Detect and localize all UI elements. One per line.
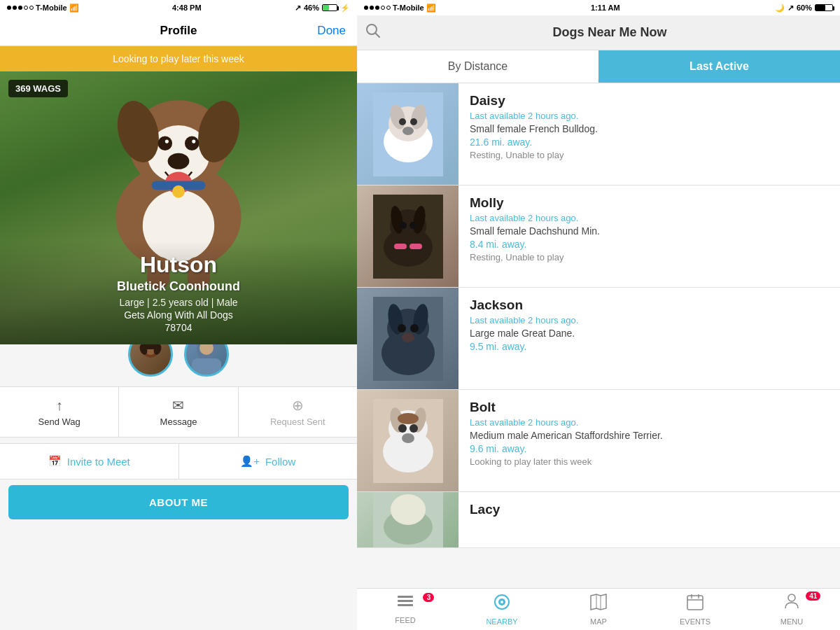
svg-rect-21 xyxy=(192,358,221,374)
svg-point-75 xyxy=(788,594,795,601)
dog-thumb-img-bolt xyxy=(357,390,458,491)
dog-list-item-daisy[interactable]: Daisy Last available 2 hours ago. Small … xyxy=(357,83,840,186)
svg-point-30 xyxy=(399,118,406,125)
dot3 xyxy=(18,6,22,10)
carrier-right: T-Mobile 📶 xyxy=(364,4,436,13)
events-icon xyxy=(686,593,704,615)
dog-thumb-img-lacy xyxy=(357,492,458,548)
avatars-row xyxy=(0,344,357,381)
svg-rect-71 xyxy=(687,596,703,610)
time-left: 4:48 PM xyxy=(172,4,202,12)
message-button[interactable]: ✉ Message xyxy=(119,387,238,437)
action-buttons-row: ↑ Send Wag ✉ Message ⊕ Request Sent xyxy=(0,386,357,438)
right-panel: T-Mobile 📶 1:11 AM 🌙 ↗ 60% Dogs Near Me … xyxy=(357,0,840,630)
invite-to-meet-button[interactable]: 📅 Invite to Meet xyxy=(0,444,179,479)
feed-badge: 3 xyxy=(423,593,434,602)
rdot3 xyxy=(375,6,379,10)
svg-point-49 xyxy=(402,332,414,342)
send-wag-button[interactable]: ↑ Send Wag xyxy=(0,387,119,437)
dog-thumb-img-jackson xyxy=(357,288,458,389)
nav-item-nearby[interactable]: NEARBY xyxy=(454,589,550,630)
nav-item-events[interactable]: EVENTS xyxy=(647,589,743,630)
tab-last-active[interactable]: Last Active xyxy=(598,50,840,83)
signal-dots xyxy=(7,6,34,10)
message-label: Message xyxy=(160,416,197,427)
feed-icon xyxy=(396,594,414,614)
follow-label: Follow xyxy=(265,456,295,468)
nav-item-map[interactable]: MAP xyxy=(550,589,647,630)
lacy-name: Lacy xyxy=(470,502,829,517)
nav-bar-left: Profile Done xyxy=(0,15,357,46)
svg-marker-68 xyxy=(591,594,606,610)
events-label: EVENTS xyxy=(680,617,710,626)
molly-status: Resting, Unable to play xyxy=(470,252,829,262)
svg-point-56 xyxy=(410,424,418,433)
follow-button[interactable]: 👤+ Follow xyxy=(179,444,358,479)
svg-point-39 xyxy=(410,222,416,229)
molly-desc: Small female Dachshund Min. xyxy=(470,225,829,237)
search-icon[interactable] xyxy=(365,23,381,42)
dog-thumb-daisy xyxy=(357,83,458,185)
svg-point-10 xyxy=(168,153,190,169)
battery-pct-left: 46% xyxy=(304,4,319,12)
status-bar-right: T-Mobile 📶 1:11 AM 🌙 ↗ 60% xyxy=(357,0,840,15)
svg-point-58 xyxy=(398,413,419,424)
carrier-name-left: T-Mobile xyxy=(36,4,67,12)
dog-details: Large | 2.5 years old | Male xyxy=(11,297,346,308)
svg-point-67 xyxy=(500,601,503,603)
battery-tip-left xyxy=(337,6,339,10)
time-right: 1:11 AM xyxy=(591,4,620,12)
bolt-last-active: Last available 2 hours ago. xyxy=(470,417,829,428)
molly-name: Molly xyxy=(470,195,829,211)
menu-label: MENU xyxy=(780,617,803,626)
daisy-desc: Small female French Bulldog. xyxy=(470,123,829,134)
dog-list-item-lacy[interactable]: Lacy xyxy=(357,492,840,548)
dog-list[interactable]: Daisy Last available 2 hours ago. Small … xyxy=(357,83,840,588)
meet-follow-row: 📅 Invite to Meet 👤+ Follow xyxy=(0,443,357,479)
battery-area-right: 🌙 ↗ 60% xyxy=(775,4,833,13)
request-sent-label: Request Sent xyxy=(270,416,326,427)
jackson-last-active: Last available 2 hours ago. xyxy=(470,315,829,326)
nav-item-menu[interactable]: 41 MENU xyxy=(743,589,840,630)
bolt-status: Looking to play later this week xyxy=(470,456,829,467)
svg-point-32 xyxy=(402,127,414,135)
dog-list-item-molly[interactable]: Molly Last available 2 hours ago. Small … xyxy=(357,186,840,288)
svg-point-47 xyxy=(398,324,406,332)
jackson-dist: 9.5 mi. away. xyxy=(470,341,829,352)
request-sent-button: ⊕ Request Sent xyxy=(239,387,357,437)
dot2 xyxy=(13,6,17,10)
about-me-button[interactable]: ABOUT ME xyxy=(8,485,349,519)
profile-info-overlay: Hutson Bluetick Coonhound Large | 2.5 ye… xyxy=(0,241,357,344)
arrow-icon: ↗ xyxy=(295,4,301,13)
dog-zip: 78704 xyxy=(11,322,346,333)
dog-thumb-molly xyxy=(357,186,458,287)
battery-fill-right xyxy=(816,5,825,10)
battery-area-left: ↗ 46% ⚡ xyxy=(295,4,350,13)
battery-tip-right xyxy=(833,6,834,10)
dog-info-molly: Molly Last available 2 hours ago. Small … xyxy=(458,186,840,287)
dog-list-item-jackson[interactable]: Jackson Last available 2 hours ago. Larg… xyxy=(357,288,840,390)
bolt-desc: Medium male American Staffordshire Terri… xyxy=(470,430,829,441)
map-icon xyxy=(589,593,608,615)
nav-item-feed[interactable]: 3 FEED xyxy=(357,590,454,629)
message-icon: ✉ xyxy=(172,397,184,414)
menu-badge: 41 xyxy=(806,592,820,601)
svg-point-57 xyxy=(402,433,414,443)
svg-point-31 xyxy=(410,118,417,125)
dot5 xyxy=(29,6,34,10)
feed-label: FEED xyxy=(395,616,415,624)
dog-list-item-bolt[interactable]: Bolt Last available 2 hours ago. Medium … xyxy=(357,390,840,492)
dog-thumb-lacy xyxy=(357,492,458,548)
rdot1 xyxy=(364,6,368,10)
nearby-icon xyxy=(493,593,511,615)
status-bar-left: T-Mobile 📶 4:48 PM ↗ 46% ⚡ xyxy=(0,0,357,15)
profile-photo-area: 369 WAGS xyxy=(0,71,357,344)
moon-icon: 🌙 xyxy=(775,4,785,13)
battery-bar-right xyxy=(815,4,833,11)
search-bar: Dogs Near Me Now xyxy=(357,15,840,50)
dog-thumb-img-molly xyxy=(357,186,458,287)
rdot2 xyxy=(370,6,374,10)
svg-rect-64 xyxy=(398,604,413,606)
done-button[interactable]: Done xyxy=(317,24,346,38)
tab-by-distance[interactable]: By Distance xyxy=(357,50,598,83)
